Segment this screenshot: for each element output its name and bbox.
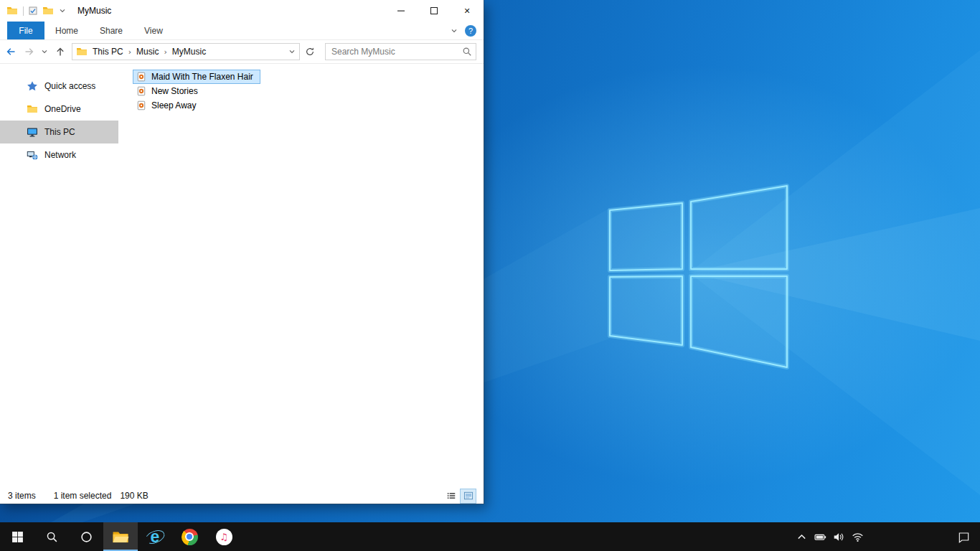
status-item-count: 3 items bbox=[8, 491, 36, 501]
status-size: 190 KB bbox=[120, 491, 148, 501]
sidebar-item-quick-access[interactable]: Quick access bbox=[0, 75, 118, 98]
taskbar: e ♫ bbox=[0, 522, 980, 551]
breadcrumb-this-pc[interactable]: This PC bbox=[89, 46, 127, 57]
sidebar-item-network[interactable]: Network bbox=[0, 143, 118, 166]
details-view-button[interactable] bbox=[443, 489, 458, 503]
search-icon bbox=[46, 531, 58, 543]
start-button[interactable] bbox=[0, 522, 34, 551]
sidebar-item-label: Quick access bbox=[44, 81, 95, 91]
close-button[interactable]: ✕ bbox=[451, 0, 484, 22]
sidebar-item-label: OneDrive bbox=[44, 104, 81, 114]
hidden-icons-button[interactable] bbox=[792, 522, 811, 551]
customize-qat-chevron-icon[interactable] bbox=[59, 7, 66, 14]
address-bar[interactable]: This PC › Music › MyMusic bbox=[72, 43, 300, 60]
taskbar-search-button[interactable] bbox=[34, 522, 69, 551]
help-button[interactable]: ? bbox=[465, 25, 476, 37]
network-icon bbox=[27, 149, 38, 161]
title-bar[interactable]: MyMusic ✕ bbox=[0, 0, 484, 22]
app-folder-icon bbox=[6, 5, 18, 17]
back-button[interactable] bbox=[1, 43, 19, 61]
battery-button[interactable] bbox=[811, 522, 829, 551]
action-center-button[interactable] bbox=[947, 531, 980, 543]
file-item[interactable]: New Stories bbox=[133, 84, 205, 98]
file-name: Sleep Away bbox=[151, 100, 197, 110]
breadcrumb-mymusic[interactable]: MyMusic bbox=[169, 46, 209, 57]
chevron-up-icon bbox=[796, 531, 808, 543]
speaker-icon bbox=[833, 531, 845, 543]
recent-locations-button[interactable] bbox=[39, 43, 50, 61]
maximize-button[interactable] bbox=[418, 0, 451, 22]
search-input[interactable] bbox=[326, 44, 476, 60]
tab-file[interactable]: File bbox=[7, 22, 44, 39]
status-selection: 1 item selected bbox=[54, 491, 112, 501]
up-icon bbox=[55, 46, 66, 57]
tab-home[interactable]: Home bbox=[44, 22, 89, 39]
file-name: New Stories bbox=[151, 86, 198, 96]
file-name: Maid With The Flaxen Hair bbox=[151, 72, 253, 82]
battery-icon bbox=[814, 531, 826, 543]
breadcrumb-separator: › bbox=[128, 47, 131, 57]
toolbar-separator bbox=[23, 6, 24, 16]
volume-button[interactable] bbox=[829, 522, 848, 551]
maximize-icon bbox=[430, 7, 438, 14]
windows-start-icon bbox=[11, 531, 24, 543]
internet-explorer-button[interactable]: e bbox=[138, 522, 172, 551]
forward-icon bbox=[24, 46, 35, 57]
system-tray bbox=[792, 522, 980, 551]
file-item[interactable]: Sleep Away bbox=[133, 98, 204, 113]
desktop[interactable]: MyMusic ✕ File Home Share View ? bbox=[0, 0, 980, 551]
tab-share[interactable]: Share bbox=[89, 22, 133, 39]
refresh-button[interactable] bbox=[301, 43, 319, 60]
location-folder-icon bbox=[76, 46, 88, 57]
minimize-button[interactable] bbox=[385, 0, 418, 22]
window-title: MyMusic bbox=[77, 6, 111, 16]
address-dropdown-button[interactable] bbox=[288, 48, 296, 55]
sidebar-item-label: Network bbox=[44, 150, 76, 160]
minimize-icon bbox=[397, 7, 405, 14]
file-item[interactable]: Maid With The Flaxen Hair bbox=[133, 70, 260, 84]
new-folder-icon[interactable] bbox=[42, 5, 54, 17]
search-box bbox=[325, 43, 476, 60]
chevron-down-icon bbox=[288, 48, 296, 55]
file-explorer-window: MyMusic ✕ File Home Share View ? bbox=[0, 0, 484, 504]
close-icon: ✕ bbox=[463, 6, 470, 16]
navigation-bar: This PC › Music › MyMusic bbox=[0, 40, 484, 64]
explorer-main: Quick access OneDrive This PC Network bbox=[0, 65, 484, 488]
wifi-icon bbox=[852, 531, 864, 543]
itunes-button[interactable]: ♫ bbox=[207, 522, 241, 551]
taskbar-file-explorer-button[interactable] bbox=[103, 522, 138, 551]
status-bar: 3 items 1 item selected 190 KB bbox=[0, 488, 484, 504]
itunes-icon: ♫ bbox=[216, 529, 232, 545]
thumbnail-view-icon bbox=[463, 491, 473, 501]
audio-file-icon bbox=[136, 72, 146, 82]
forward-button[interactable] bbox=[20, 43, 38, 61]
window-controls: ✕ bbox=[385, 0, 484, 22]
back-icon bbox=[5, 46, 17, 57]
navigation-pane: Quick access OneDrive This PC Network bbox=[0, 65, 118, 488]
chrome-button[interactable] bbox=[172, 522, 207, 551]
sidebar-item-this-pc[interactable]: This PC bbox=[0, 121, 118, 143]
chevron-down-icon bbox=[41, 48, 48, 55]
onedrive-folder-icon bbox=[27, 103, 38, 115]
properties-icon[interactable] bbox=[29, 6, 37, 15]
computer-icon bbox=[27, 126, 38, 138]
up-button[interactable] bbox=[51, 43, 69, 61]
internet-explorer-icon: e bbox=[146, 527, 164, 546]
audio-file-icon bbox=[136, 86, 146, 96]
cortana-icon bbox=[80, 531, 93, 543]
expand-ribbon-chevron-icon[interactable] bbox=[451, 27, 458, 34]
sidebar-item-onedrive[interactable]: OneDrive bbox=[0, 98, 118, 121]
cortana-button[interactable] bbox=[69, 522, 103, 551]
quick-access-toolbar bbox=[6, 5, 66, 17]
sidebar-item-label: This PC bbox=[44, 127, 75, 137]
network-status-button[interactable] bbox=[848, 522, 867, 551]
file-explorer-icon bbox=[112, 530, 129, 544]
ribbon-tab-bar: File Home Share View ? bbox=[0, 22, 484, 40]
search-icon[interactable] bbox=[462, 47, 472, 57]
audio-file-icon bbox=[136, 100, 146, 110]
star-icon bbox=[27, 80, 38, 92]
breadcrumb-music[interactable]: Music bbox=[133, 46, 162, 57]
thumbnail-view-button[interactable] bbox=[461, 489, 476, 503]
file-list[interactable]: Maid With The Flaxen Hair New Stories Sl… bbox=[118, 65, 484, 488]
tab-view[interactable]: View bbox=[133, 22, 174, 39]
